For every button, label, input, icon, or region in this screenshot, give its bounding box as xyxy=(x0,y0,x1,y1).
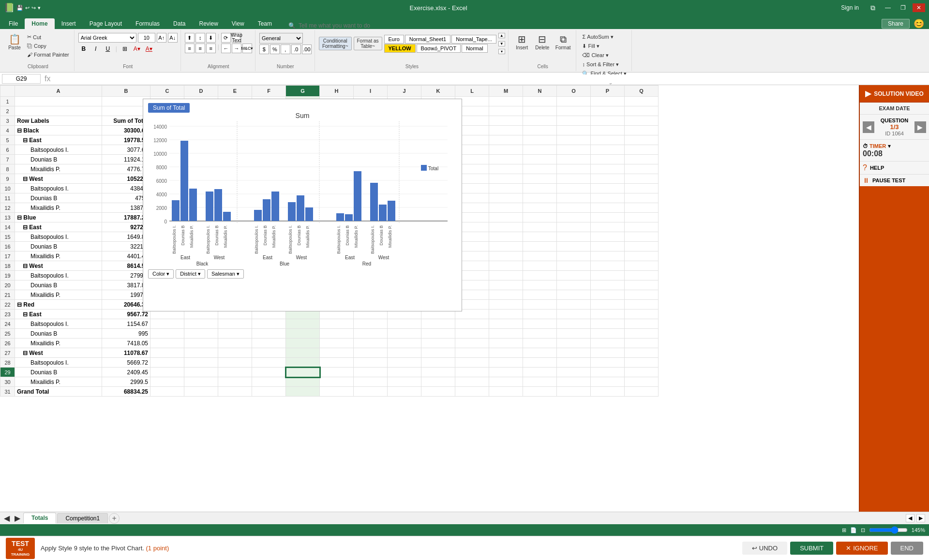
table-cell[interactable] xyxy=(591,309,625,319)
table-cell[interactable]: ⊟ East xyxy=(15,309,102,319)
style-dropdown[interactable]: ▾ xyxy=(498,49,505,54)
table-cell[interactable]: 1154.67 xyxy=(102,319,150,329)
copy-button[interactable]: ⿻ Copy xyxy=(25,42,71,50)
table-cell[interactable] xyxy=(523,97,557,106)
table-cell[interactable] xyxy=(489,251,523,261)
col-header-o[interactable]: O xyxy=(557,86,591,97)
table-cell[interactable]: ⊟ East xyxy=(15,222,102,232)
table-cell[interactable] xyxy=(625,319,659,329)
table-cell[interactable] xyxy=(591,290,625,300)
table-cell[interactable] xyxy=(625,251,659,261)
table-cell[interactable] xyxy=(591,145,625,155)
table-cell[interactable] xyxy=(557,251,591,261)
table-cell[interactable] xyxy=(489,184,523,193)
table-cell[interactable] xyxy=(591,319,625,329)
table-cell[interactable] xyxy=(523,135,557,145)
table-cell[interactable] xyxy=(557,387,591,397)
table-cell[interactable] xyxy=(557,290,591,300)
table-cell[interactable] xyxy=(557,242,591,251)
row-header[interactable]: 24 xyxy=(0,319,15,329)
table-cell[interactable] xyxy=(489,377,523,387)
table-cell[interactable]: Dounias B xyxy=(15,193,102,203)
table-cell[interactable] xyxy=(455,387,489,397)
table-cell[interactable] xyxy=(421,348,455,358)
style-yellow[interactable]: YELLOW xyxy=(384,44,416,53)
col-header-l[interactable]: L xyxy=(455,86,489,97)
italic-button[interactable]: I xyxy=(90,44,101,54)
table-cell[interactable]: Mixailidis P. xyxy=(15,290,102,300)
table-cell[interactable] xyxy=(625,358,659,368)
table-cell[interactable] xyxy=(489,97,523,106)
row-header[interactable]: 20 xyxy=(0,280,15,290)
district-filter-button[interactable]: District ▾ xyxy=(176,269,205,279)
table-cell[interactable] xyxy=(591,203,625,213)
table-cell[interactable] xyxy=(523,387,557,397)
table-cell[interactable] xyxy=(184,348,218,358)
table-cell[interactable] xyxy=(523,271,557,280)
table-cell[interactable] xyxy=(388,377,421,387)
col-header-f[interactable]: F xyxy=(252,86,286,97)
tab-insert[interactable]: Insert xyxy=(55,18,83,29)
table-cell[interactable] xyxy=(421,368,455,377)
col-header-d[interactable]: D xyxy=(184,86,218,97)
decrease-decimal-button[interactable]: .0 xyxy=(291,44,301,54)
col-header-c[interactable]: C xyxy=(150,86,184,97)
table-cell[interactable] xyxy=(320,319,354,329)
align-bottom-button[interactable]: ⬇ xyxy=(206,33,216,43)
number-format-select[interactable]: General xyxy=(259,33,303,44)
paste-button[interactable]: 📋 Paste xyxy=(5,33,24,52)
table-cell[interactable] xyxy=(354,339,388,348)
col-header-g[interactable]: G xyxy=(286,86,320,97)
table-cell[interactable] xyxy=(354,329,388,339)
comma-button[interactable]: , xyxy=(281,44,290,54)
row-header[interactable]: 28 xyxy=(0,358,15,368)
table-cell[interactable] xyxy=(523,106,557,116)
table-cell[interactable] xyxy=(523,184,557,193)
style-normal[interactable]: Normal xyxy=(462,44,487,53)
table-cell[interactable] xyxy=(591,232,625,242)
table-cell[interactable] xyxy=(388,348,421,358)
table-cell[interactable]: Mixailidis P. xyxy=(15,339,102,348)
col-header-j[interactable]: J xyxy=(388,86,421,97)
format-as-table-button[interactable]: Format asTable~ xyxy=(354,37,382,50)
table-cell[interactable] xyxy=(150,348,184,358)
table-cell[interactable]: ⊟ Black xyxy=(15,126,102,135)
table-cell[interactable] xyxy=(557,135,591,145)
table-cell[interactable] xyxy=(625,135,659,145)
table-cell[interactable] xyxy=(489,213,523,222)
table-cell[interactable] xyxy=(591,135,625,145)
table-cell[interactable] xyxy=(557,203,591,213)
table-cell[interactable] xyxy=(489,155,523,164)
scroll-tabs-left[interactable]: ◀ xyxy=(2,514,12,523)
normal-view-icon[interactable]: ⊞ xyxy=(842,527,846,533)
table-cell[interactable] xyxy=(286,387,320,397)
table-cell[interactable] xyxy=(625,280,659,290)
zoom-slider[interactable] xyxy=(869,526,908,534)
table-cell[interactable] xyxy=(523,164,557,174)
table-cell[interactable] xyxy=(150,387,184,397)
table-cell[interactable] xyxy=(557,261,591,271)
scroll-tabs-right[interactable]: ▶ xyxy=(13,514,22,523)
tab-view[interactable]: View xyxy=(225,18,251,29)
table-cell[interactable] xyxy=(252,387,286,397)
delete-button[interactable]: ⊟ Delete xyxy=(533,33,552,52)
table-cell[interactable] xyxy=(523,309,557,319)
table-cell[interactable] xyxy=(150,339,184,348)
table-cell[interactable]: Row Labels xyxy=(15,116,102,126)
row-header[interactable]: 17 xyxy=(0,251,15,261)
sheet-tab-totals[interactable]: Totals xyxy=(23,513,56,524)
table-cell[interactable] xyxy=(489,261,523,271)
table-cell[interactable] xyxy=(489,164,523,174)
table-cell[interactable] xyxy=(625,184,659,193)
table-cell[interactable] xyxy=(218,358,252,368)
row-header[interactable]: 25 xyxy=(0,329,15,339)
table-cell[interactable] xyxy=(455,329,489,339)
style-euro[interactable]: Euro xyxy=(384,35,404,44)
table-cell[interactable] xyxy=(625,193,659,203)
table-cell[interactable] xyxy=(421,319,455,329)
table-cell[interactable] xyxy=(557,213,591,222)
table-cell[interactable] xyxy=(557,222,591,232)
table-cell[interactable] xyxy=(625,155,659,164)
col-header-k[interactable]: K xyxy=(421,86,455,97)
page-layout-icon[interactable]: 📄 xyxy=(850,527,857,533)
